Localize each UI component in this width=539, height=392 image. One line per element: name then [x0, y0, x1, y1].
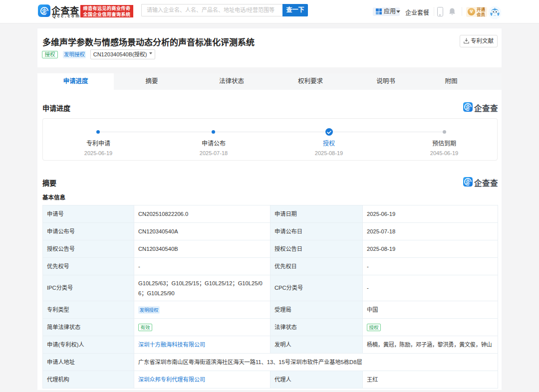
svg-text:企: 企 [465, 179, 471, 185]
svg-text:企: 企 [41, 7, 47, 13]
svg-text:企: 企 [465, 104, 471, 110]
